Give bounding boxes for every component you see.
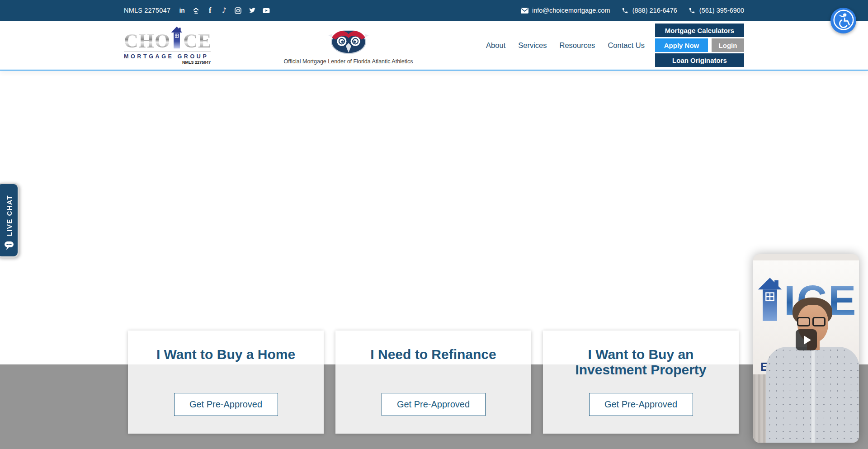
facebook-icon[interactable]: f [206,7,214,14]
nav-about[interactable]: About [486,41,505,50]
card-title: I Need to Refinance [354,347,513,362]
header-action-buttons: Mortgage Calculators Apply Now Login Loa… [655,24,744,67]
page: NMLS 2275047 in f ♪ [0,0,868,449]
shirt-placket [811,349,815,443]
linkedin-icon[interactable]: in [178,7,186,14]
card-refinance: I Need to Refinance Get Pre-Approved [335,331,531,434]
top-bar: NMLS 2275047 in f ♪ [0,0,868,21]
mortgage-calculators-button[interactable]: Mortgage Calculators [655,24,744,37]
owl-caption: Official Mortgage Lender of Florida Atla… [284,58,413,65]
phone-icon [621,7,629,14]
accessibility-widget-button[interactable] [830,8,856,33]
nmls-number: NMLS 2275047 [124,7,170,14]
play-button[interactable] [796,329,817,350]
get-pre-approved-button-home[interactable]: Get Pre-Approved [174,393,278,416]
logo-nmls: NMLS 2275047 [124,60,211,65]
accessibility-wheelchair-icon [833,9,854,32]
house-icon [171,26,183,51]
tiktok-icon[interactable]: ♪ [220,7,228,14]
logo-subtitle: MORTGAGE GROUP [124,53,211,60]
spokesperson-glasses [797,317,826,326]
play-icon [804,336,811,345]
logo-text-right: CE [183,32,212,51]
phone-link-local[interactable]: (561) 395-6900 [688,7,744,14]
nav-resources[interactable]: Resources [560,41,595,50]
live-chat-tab[interactable]: LIVE CHAT [0,183,19,258]
logo-text-left: CHO [124,32,170,51]
twitter-icon[interactable] [248,7,256,14]
fau-owl-logo [326,26,371,57]
zillow-icon[interactable] [192,7,200,14]
chat-bubble-icon [4,241,14,252]
apply-now-button[interactable]: Apply Now [655,38,708,52]
live-chat-label: LIVE CHAT [5,195,13,236]
phone-link-toll-free[interactable]: (888) 216-6476 [621,7,677,14]
card-buy-home: I Want to Buy a Home Get Pre-Approved [128,331,324,434]
cta-cards: I Want to Buy a Home Get Pre-Approved I … [128,331,739,434]
envelope-icon [521,7,528,14]
sign-house-icon [757,278,783,323]
login-button[interactable]: Login [712,38,744,52]
card-title: I Want to Buy an Investment Property [561,347,721,377]
instagram-icon[interactable] [234,7,242,14]
youtube-icon[interactable] [262,7,270,14]
main-nav: About Services Resources Contact Us [486,41,645,50]
get-pre-approved-button-investment[interactable]: Get Pre-Approved [589,393,693,416]
email-link[interactable]: info@choicemortgage.com [521,7,610,14]
nav-services[interactable]: Services [518,41,547,50]
hero-section [0,71,868,364]
card-title: I Want to Buy a Home [146,347,306,362]
phone-icon [688,7,696,14]
loan-originators-button[interactable]: Loan Originators [655,53,744,67]
site-header: CHO C [0,21,868,71]
card-investment: I Want to Buy an Investment Property Get… [543,331,739,434]
get-pre-approved-button-refinance[interactable]: Get Pre-Approved [382,393,486,416]
nav-contact-us[interactable]: Contact Us [608,41,645,50]
fau-partnership-block: Official Mortgage Lender of Florida Atla… [211,26,486,65]
social-icons: in f ♪ [178,7,270,14]
spokesperson-video-widget[interactable]: ICE E G U P [753,254,859,443]
choice-mortgage-logo[interactable]: CHO C [124,26,211,65]
